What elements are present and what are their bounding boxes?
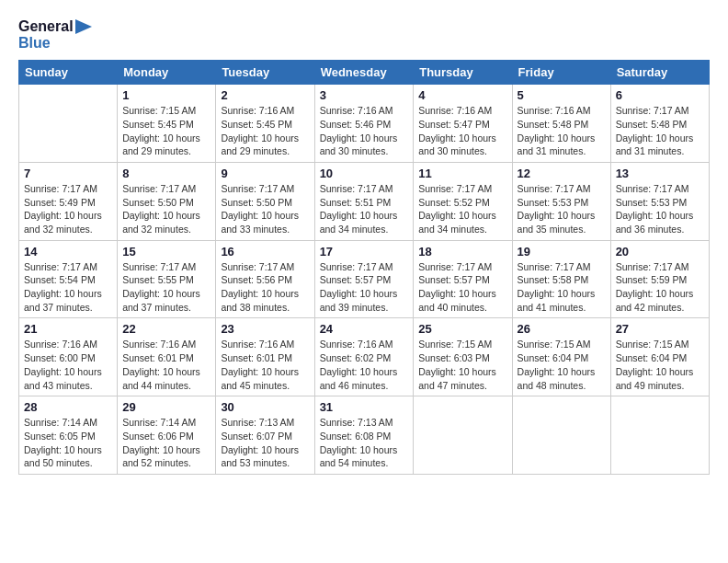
week-row-2: 7Sunrise: 7:17 AMSunset: 5:49 PMDaylight…: [19, 162, 710, 240]
calendar-cell: 5Sunrise: 7:16 AMSunset: 5:48 PMDaylight…: [512, 85, 610, 163]
day-header-sunday: Sunday: [19, 61, 118, 85]
day-detail: Sunrise: 7:17 AMSunset: 5:59 PMDaylight:…: [616, 260, 704, 315]
day-detail: Sunrise: 7:16 AMSunset: 5:47 PMDaylight:…: [418, 104, 506, 158]
calendar-cell: 22Sunrise: 7:16 AMSunset: 6:01 PMDayligh…: [118, 318, 216, 396]
calendar-cell: 29Sunrise: 7:14 AMSunset: 6:06 PMDayligh…: [118, 396, 216, 475]
calendar-cell: 19Sunrise: 7:17 AMSunset: 5:58 PMDayligh…: [512, 240, 610, 318]
day-detail: Sunrise: 7:17 AMSunset: 5:54 PMDaylight:…: [24, 260, 112, 315]
day-number: 20: [616, 245, 704, 259]
day-detail: Sunrise: 7:17 AMSunset: 5:55 PMDaylight:…: [122, 260, 210, 315]
day-detail: Sunrise: 7:15 AMSunset: 6:04 PMDaylight:…: [616, 338, 704, 392]
day-number: 25: [418, 322, 506, 336]
day-detail: Sunrise: 7:17 AMSunset: 5:48 PMDaylight:…: [616, 104, 704, 158]
day-detail: Sunrise: 7:17 AMSunset: 5:56 PMDaylight:…: [221, 260, 309, 315]
calendar-cell: 10Sunrise: 7:17 AMSunset: 5:51 PMDayligh…: [314, 162, 414, 240]
day-number: 4: [418, 88, 506, 102]
calendar-cell: 24Sunrise: 7:16 AMSunset: 6:02 PMDayligh…: [314, 318, 414, 396]
day-detail: Sunrise: 7:13 AMSunset: 6:08 PMDaylight:…: [320, 416, 409, 470]
day-detail: Sunrise: 7:15 AMSunset: 5:45 PMDaylight:…: [122, 104, 210, 158]
day-detail: Sunrise: 7:16 AMSunset: 6:01 PMDaylight:…: [221, 338, 309, 392]
day-header-monday: Monday: [118, 61, 216, 85]
logo-text: General Blue: [18, 18, 92, 51]
calendar-cell: 2Sunrise: 7:16 AMSunset: 5:45 PMDaylight…: [216, 85, 314, 163]
calendar-cell: 6Sunrise: 7:17 AMSunset: 5:48 PMDaylight…: [610, 85, 709, 163]
day-number: 13: [616, 167, 704, 180]
calendar-cell: 21Sunrise: 7:16 AMSunset: 6:00 PMDayligh…: [19, 318, 118, 396]
day-detail: Sunrise: 7:17 AMSunset: 5:57 PMDaylight:…: [418, 260, 506, 315]
day-number: 27: [616, 322, 704, 336]
day-header-wednesday: Wednesday: [314, 61, 414, 85]
day-detail: Sunrise: 7:16 AMSunset: 6:02 PMDaylight:…: [320, 338, 409, 392]
calendar-cell: 3Sunrise: 7:16 AMSunset: 5:46 PMDaylight…: [314, 85, 414, 163]
day-detail: Sunrise: 7:17 AMSunset: 5:50 PMDaylight:…: [221, 182, 309, 236]
day-detail: Sunrise: 7:15 AMSunset: 6:03 PMDaylight:…: [418, 338, 506, 392]
day-detail: Sunrise: 7:17 AMSunset: 5:57 PMDaylight:…: [320, 260, 409, 315]
day-number: 3: [320, 88, 409, 102]
day-number: 16: [221, 245, 309, 259]
day-number: 22: [122, 322, 210, 336]
day-number: 19: [518, 245, 606, 259]
day-detail: Sunrise: 7:17 AMSunset: 5:50 PMDaylight:…: [122, 182, 210, 236]
day-number: 31: [320, 400, 409, 414]
calendar-cell: 14Sunrise: 7:17 AMSunset: 5:54 PMDayligh…: [19, 240, 118, 318]
week-row-1: 1Sunrise: 7:15 AMSunset: 5:45 PMDaylight…: [19, 85, 710, 163]
calendar-cell: 23Sunrise: 7:16 AMSunset: 6:01 PMDayligh…: [216, 318, 314, 396]
week-row-5: 28Sunrise: 7:14 AMSunset: 6:05 PMDayligh…: [19, 396, 710, 475]
day-detail: Sunrise: 7:15 AMSunset: 6:04 PMDaylight:…: [518, 338, 606, 392]
day-detail: Sunrise: 7:17 AMSunset: 5:53 PMDaylight:…: [518, 182, 606, 236]
calendar-cell: 28Sunrise: 7:14 AMSunset: 6:05 PMDayligh…: [19, 396, 118, 475]
day-number: 18: [418, 245, 506, 259]
calendar-cell: 18Sunrise: 7:17 AMSunset: 5:57 PMDayligh…: [414, 240, 512, 318]
calendar-cell: 26Sunrise: 7:15 AMSunset: 6:04 PMDayligh…: [512, 318, 610, 396]
day-detail: Sunrise: 7:16 AMSunset: 6:01 PMDaylight:…: [122, 338, 210, 392]
calendar-cell: 15Sunrise: 7:17 AMSunset: 5:55 PMDayligh…: [118, 240, 216, 318]
day-number: 15: [122, 245, 210, 259]
day-number: 8: [122, 167, 210, 180]
calendar-cell: 25Sunrise: 7:15 AMSunset: 6:03 PMDayligh…: [414, 318, 512, 396]
day-number: 21: [24, 322, 112, 336]
day-number: 28: [24, 400, 112, 414]
logo: General Blue: [18, 18, 92, 51]
day-number: 24: [320, 322, 409, 336]
calendar-cell: 11Sunrise: 7:17 AMSunset: 5:52 PMDayligh…: [414, 162, 512, 240]
calendar-cell: [512, 396, 610, 475]
calendar-cell: 31Sunrise: 7:13 AMSunset: 6:08 PMDayligh…: [314, 396, 414, 475]
day-number: 30: [221, 400, 309, 414]
day-number: 7: [24, 167, 112, 180]
calendar-table: SundayMondayTuesdayWednesdayThursdayFrid…: [18, 60, 710, 475]
week-row-4: 21Sunrise: 7:16 AMSunset: 6:00 PMDayligh…: [19, 318, 710, 396]
day-header-friday: Friday: [512, 61, 610, 85]
day-header-thursday: Thursday: [414, 61, 512, 85]
calendar-header-row: SundayMondayTuesdayWednesdayThursdayFrid…: [19, 61, 710, 85]
calendar-cell: 1Sunrise: 7:15 AMSunset: 5:45 PMDaylight…: [118, 85, 216, 163]
day-detail: Sunrise: 7:16 AMSunset: 5:45 PMDaylight:…: [221, 104, 309, 158]
day-number: 14: [24, 245, 112, 259]
day-number: 5: [518, 88, 606, 102]
calendar-cell: 4Sunrise: 7:16 AMSunset: 5:47 PMDaylight…: [414, 85, 512, 163]
calendar-cell: 9Sunrise: 7:17 AMSunset: 5:50 PMDaylight…: [216, 162, 314, 240]
calendar-cell: 27Sunrise: 7:15 AMSunset: 6:04 PMDayligh…: [610, 318, 709, 396]
day-detail: Sunrise: 7:13 AMSunset: 6:07 PMDaylight:…: [221, 416, 309, 470]
calendar-cell: 30Sunrise: 7:13 AMSunset: 6:07 PMDayligh…: [216, 396, 314, 475]
day-number: 10: [320, 167, 409, 180]
day-detail: Sunrise: 7:17 AMSunset: 5:58 PMDaylight:…: [518, 260, 606, 315]
page-header: General Blue: [18, 18, 710, 51]
day-detail: Sunrise: 7:14 AMSunset: 6:06 PMDaylight:…: [122, 416, 210, 470]
calendar-cell: [610, 396, 709, 475]
day-number: 9: [221, 167, 309, 180]
day-detail: Sunrise: 7:16 AMSunset: 5:48 PMDaylight:…: [518, 104, 606, 158]
day-detail: Sunrise: 7:16 AMSunset: 6:00 PMDaylight:…: [24, 338, 112, 392]
day-header-saturday: Saturday: [610, 61, 709, 85]
calendar-cell: 13Sunrise: 7:17 AMSunset: 5:53 PMDayligh…: [610, 162, 709, 240]
day-detail: Sunrise: 7:14 AMSunset: 6:05 PMDaylight:…: [24, 416, 112, 470]
svg-marker-0: [75, 19, 92, 34]
calendar-cell: 20Sunrise: 7:17 AMSunset: 5:59 PMDayligh…: [610, 240, 709, 318]
day-detail: Sunrise: 7:17 AMSunset: 5:51 PMDaylight:…: [320, 182, 409, 236]
day-number: 23: [221, 322, 309, 336]
day-number: 17: [320, 245, 409, 259]
week-row-3: 14Sunrise: 7:17 AMSunset: 5:54 PMDayligh…: [19, 240, 710, 318]
day-detail: Sunrise: 7:17 AMSunset: 5:52 PMDaylight:…: [418, 182, 506, 236]
day-number: 6: [616, 88, 704, 102]
day-number: 1: [122, 88, 210, 102]
calendar-cell: 8Sunrise: 7:17 AMSunset: 5:50 PMDaylight…: [118, 162, 216, 240]
